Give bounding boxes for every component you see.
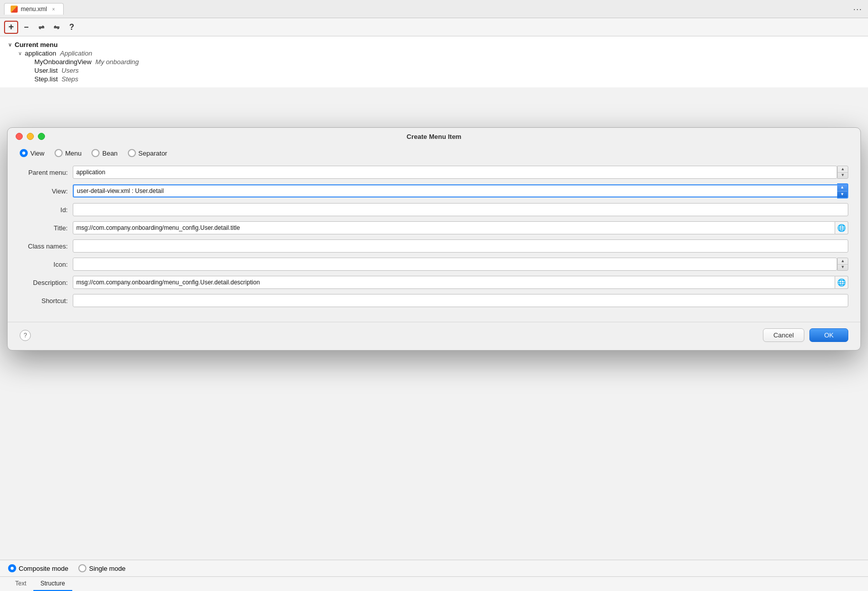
- tree-item-myonboardingview[interactable]: MyOnboardingView My onboarding: [8, 58, 860, 66]
- shortcut-row: Shortcut:: [20, 293, 848, 308]
- shortcut-label: Shortcut:: [20, 297, 73, 305]
- toolbar: + − ⇌ ⇋ ?: [0, 18, 868, 36]
- remove-button[interactable]: −: [19, 21, 33, 34]
- view-up-arrow: ▲: [837, 184, 847, 191]
- editor-tabs: Text Structure: [0, 577, 868, 591]
- tree-item-userlist[interactable]: User.list Users: [8, 66, 860, 75]
- title-globe-button[interactable]: 🌐: [835, 221, 848, 234]
- dialog-title: Create Menu Item: [407, 133, 461, 140]
- radio-menu-label: Menu: [65, 150, 82, 157]
- cancel-button[interactable]: Cancel: [763, 328, 804, 342]
- title-label: Title:: [20, 224, 73, 232]
- icon-field: ▲ ▼: [73, 258, 848, 271]
- parent-menu-up-arrow: ▲: [838, 166, 848, 172]
- tab-filename: menu.xml: [21, 6, 47, 13]
- tab-close-button[interactable]: ×: [50, 6, 57, 13]
- composite-mode-radio: [8, 564, 16, 572]
- radio-view[interactable]: View: [20, 149, 44, 157]
- single-mode-radio: [78, 564, 86, 572]
- id-field: [73, 203, 848, 216]
- tab-more-button[interactable]: ⋯: [851, 4, 864, 15]
- icon-down-arrow: ▼: [838, 265, 848, 271]
- ok-button[interactable]: OK: [809, 328, 848, 342]
- class-names-row: Class names:: [20, 239, 848, 253]
- radio-view-label: View: [30, 150, 44, 157]
- tree-root-chevron: ∨: [8, 42, 12, 47]
- radio-bean[interactable]: Bean: [91, 149, 117, 157]
- view-row: View: ▲ ▼: [20, 183, 848, 199]
- class-names-field: [73, 239, 848, 253]
- mode-bar: Composite mode Single mode: [0, 560, 868, 577]
- shortcut-field: [73, 294, 848, 307]
- icon-label: Icon:: [20, 261, 73, 268]
- create-menu-item-dialog: Create Menu Item View Menu Bea: [7, 127, 861, 351]
- view-down-arrow: ▼: [837, 191, 847, 198]
- description-row: Description: 🌐: [20, 275, 848, 289]
- single-mode-label: Single mode: [89, 565, 125, 572]
- title-field: 🌐: [73, 221, 848, 234]
- dialog-minimize-button[interactable]: [27, 133, 34, 140]
- tree-item-application[interactable]: ∨ application Application: [8, 49, 860, 58]
- dialog-window-controls: [16, 133, 45, 140]
- radio-menu-indicator: [55, 149, 63, 157]
- id-input[interactable]: [73, 203, 848, 216]
- dialog-footer: ? Cancel OK: [8, 322, 860, 350]
- single-mode-option[interactable]: Single mode: [78, 564, 125, 572]
- xml-file-icon: [11, 6, 18, 13]
- dialog-close-button[interactable]: [16, 133, 23, 140]
- radio-separator-label: Separator: [138, 150, 167, 157]
- radio-separator[interactable]: Separator: [128, 149, 167, 157]
- add-button[interactable]: +: [4, 21, 18, 34]
- radio-bean-indicator: [91, 149, 100, 157]
- tree-application-chevron: ∨: [18, 51, 22, 56]
- dialog-maximize-button[interactable]: [38, 133, 45, 140]
- dialog-help-button[interactable]: ?: [20, 330, 31, 341]
- class-names-input[interactable]: [73, 239, 848, 253]
- indent-button[interactable]: ⇌: [34, 21, 49, 34]
- tree-root[interactable]: ∨ Current menu: [8, 40, 860, 49]
- radio-bean-label: Bean: [102, 150, 117, 157]
- class-names-label: Class names:: [20, 242, 73, 250]
- radio-view-indicator: [20, 149, 28, 157]
- tree-application-label: application Application: [25, 50, 92, 57]
- help-toolbar-button[interactable]: ?: [65, 21, 79, 34]
- title-input[interactable]: [73, 221, 835, 234]
- parent-menu-input[interactable]: [73, 166, 837, 179]
- icon-up-arrow: ▲: [838, 258, 848, 264]
- dialog-body: View Menu Bean Separator: [8, 145, 860, 320]
- description-globe-button[interactable]: 🌐: [835, 276, 848, 289]
- description-field: 🌐: [73, 276, 848, 289]
- parent-menu-row: Parent menu: ▲ ▼: [20, 165, 848, 179]
- title-row: Title: 🌐: [20, 221, 848, 235]
- parent-menu-combo-arrows[interactable]: ▲ ▼: [837, 166, 848, 179]
- view-label: View:: [20, 187, 73, 195]
- bottom-panel: Composite mode Single mode Text Structur…: [0, 560, 868, 591]
- radio-separator-indicator: [128, 149, 136, 157]
- icon-row: Icon: ▲ ▼: [20, 257, 848, 271]
- view-field: ▲ ▼: [73, 183, 848, 199]
- dialog-footer-buttons: Cancel OK: [763, 328, 848, 342]
- composite-mode-option[interactable]: Composite mode: [8, 564, 68, 572]
- icon-input[interactable]: [73, 258, 837, 271]
- tree-myonboardingview-label: MyOnboardingView My onboarding: [34, 58, 139, 66]
- outdent-button[interactable]: ⇋: [50, 21, 64, 34]
- parent-menu-field: ▲ ▼: [73, 166, 848, 179]
- icon-combo-arrows[interactable]: ▲ ▼: [837, 258, 848, 271]
- composite-mode-label: Composite mode: [19, 565, 68, 572]
- shortcut-input[interactable]: [73, 294, 848, 307]
- description-input[interactable]: [73, 276, 835, 289]
- description-label: Description:: [20, 279, 73, 286]
- parent-menu-down-arrow: ▼: [838, 173, 848, 179]
- id-row: Id:: [20, 203, 848, 217]
- tab-text[interactable]: Text: [8, 577, 33, 591]
- id-label: Id:: [20, 206, 73, 214]
- menu-item-type-radio-group: View Menu Bean Separator: [20, 149, 848, 157]
- radio-menu[interactable]: Menu: [55, 149, 82, 157]
- view-input[interactable]: [73, 184, 837, 198]
- tab-structure[interactable]: Structure: [33, 577, 72, 591]
- tree-item-steplist[interactable]: Step.list Steps: [8, 75, 860, 83]
- menu-xml-tab[interactable]: menu.xml ×: [4, 3, 64, 15]
- tree-area: ∨ Current menu ∨ application Application…: [0, 36, 868, 87]
- tree-root-label: Current menu: [15, 41, 58, 48]
- view-combo-arrows[interactable]: ▲ ▼: [837, 183, 848, 199]
